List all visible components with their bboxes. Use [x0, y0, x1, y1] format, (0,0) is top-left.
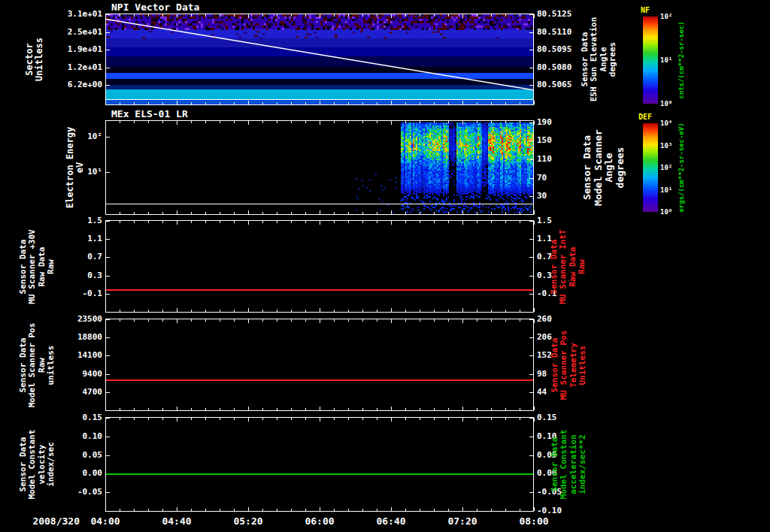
time-tick-label: 07:20 — [440, 515, 485, 527]
axis-tick — [334, 310, 335, 312]
axis-tick — [220, 121, 220, 123]
colorbar-tick-label: 10² — [660, 164, 672, 171]
axis-tick — [120, 509, 120, 511]
axis-tick — [405, 121, 406, 123]
right-axis-title: Sensor Data MU Scanner IntT Raw Data Raw — [550, 229, 587, 304]
axis-tick — [448, 319, 449, 322]
axis-tick — [120, 212, 120, 214]
axis-tick — [391, 121, 392, 125]
axis-tick — [529, 50, 533, 50]
axis-tick — [529, 257, 533, 258]
axis-tick — [248, 121, 249, 125]
axis-tick — [477, 310, 477, 312]
colorbar-tick-label: 10¹ — [660, 56, 672, 64]
right-axis-title: Sensor Data Model Constant acceleration … — [550, 430, 587, 500]
axis-tick — [462, 121, 463, 125]
axis-tick — [148, 14, 149, 17]
axis-tick — [534, 507, 535, 511]
axis-tick — [248, 418, 249, 422]
axis-tick — [448, 310, 449, 312]
axis-tick — [462, 210, 463, 214]
y-tick-label: 6.2e+00 — [27, 80, 102, 89]
axis-tick — [377, 212, 377, 214]
axis-tick — [177, 308, 177, 312]
y-tick-label-right: 1.5 — [537, 216, 552, 225]
axis-tick — [148, 408, 149, 410]
line-panel-mu-scanner-30v — [105, 220, 534, 313]
axis-tick — [148, 102, 149, 104]
axis-tick — [377, 221, 377, 223]
data-line — [106, 473, 533, 475]
axis-tick — [534, 210, 535, 214]
axis-tick — [262, 509, 263, 511]
axis-tick — [505, 212, 506, 214]
axis-tick — [120, 121, 120, 123]
axis-tick — [134, 14, 135, 17]
axis-tick — [120, 102, 120, 104]
axis-tick — [291, 310, 292, 312]
axis-tick — [420, 221, 420, 223]
axis-tick — [106, 172, 110, 173]
colorbar-nf — [643, 17, 658, 104]
axis-tick — [520, 418, 520, 420]
axis-tick — [491, 221, 492, 223]
axis-tick — [477, 509, 477, 511]
y-tick-label-right: 150 — [537, 135, 552, 145]
axis-tick — [262, 319, 263, 322]
axis-tick — [162, 408, 163, 410]
axis-tick — [420, 310, 420, 312]
axis-tick — [320, 407, 320, 410]
axis-tick — [262, 14, 263, 17]
axis-tick — [529, 85, 533, 86]
axis-tick — [248, 210, 249, 214]
axis-tick — [120, 221, 120, 223]
axis-tick — [334, 121, 335, 123]
axis-tick — [477, 418, 477, 420]
axis-tick — [106, 392, 110, 393]
axis-tick — [162, 418, 163, 420]
axis-tick — [220, 418, 220, 420]
axis-tick — [348, 121, 349, 123]
axis-tick — [405, 14, 406, 17]
time-tick-label: 04:00 — [83, 515, 128, 527]
y-axis-title: Sensor Data Model Constant velocity inde… — [19, 430, 56, 500]
axis-tick — [477, 408, 477, 410]
axis-tick — [262, 102, 263, 104]
axis-tick — [106, 221, 110, 222]
axis-tick — [320, 210, 320, 214]
axis-tick — [234, 418, 235, 420]
axis-tick — [291, 102, 292, 104]
axis-tick — [305, 310, 306, 312]
axis-tick — [320, 418, 320, 422]
axis-tick — [529, 178, 533, 179]
axis-tick — [391, 407, 392, 410]
axis-tick — [529, 319, 533, 320]
axis-tick — [529, 392, 533, 393]
axis-tick — [377, 310, 377, 312]
axis-tick — [106, 455, 110, 456]
axis-tick — [377, 14, 377, 17]
axis-tick — [162, 319, 163, 322]
axis-tick — [362, 418, 363, 420]
axis-tick — [529, 141, 533, 141]
y-tick-label-right: 98 — [537, 369, 547, 379]
axis-tick — [377, 408, 377, 410]
axis-tick — [529, 68, 533, 68]
axis-tick — [234, 14, 235, 17]
els-heatmap-canvas — [106, 121, 533, 214]
spectrogram-panel-npi — [105, 14, 534, 105]
axis-tick — [248, 407, 249, 410]
axis-tick — [277, 319, 277, 322]
axis-tick — [520, 212, 520, 214]
axis-tick — [291, 221, 292, 223]
y-axis-title: Sensor Data MU Scanner +30V Raw Data Raw — [19, 229, 56, 304]
axis-tick — [205, 418, 206, 420]
time-tick-label: 08:00 — [511, 515, 556, 527]
axis-tick — [320, 101, 320, 104]
axis-tick — [529, 196, 533, 197]
axis-tick — [505, 310, 506, 312]
axis-tick — [391, 14, 392, 18]
axis-tick — [529, 294, 533, 295]
right-axis-title: Sensor Data Model Scanner Angle degrees — [582, 129, 626, 206]
axis-tick — [448, 221, 449, 223]
